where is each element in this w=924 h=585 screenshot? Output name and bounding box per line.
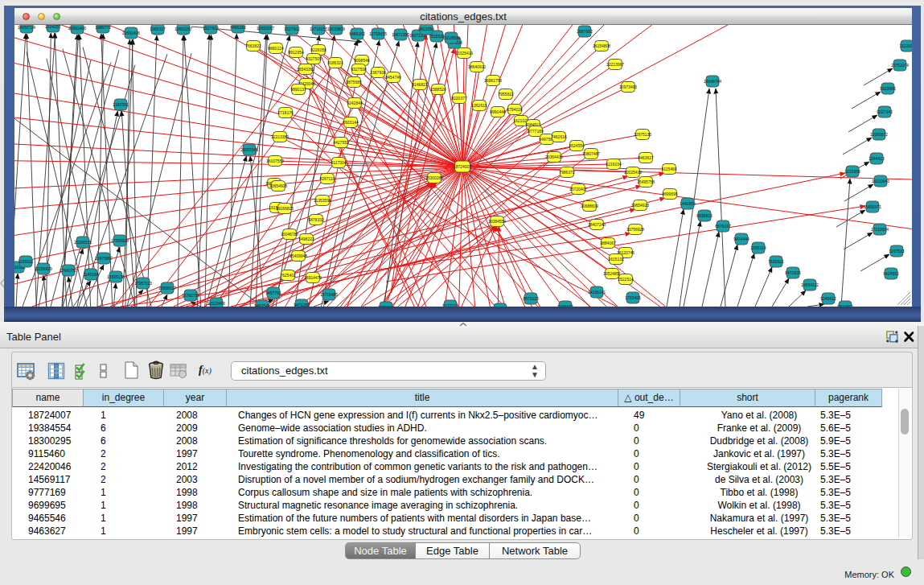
svg-text:2935114: 2935114 bbox=[750, 245, 766, 250]
svg-text:16671355: 16671355 bbox=[392, 32, 409, 37]
svg-text:10975867: 10975867 bbox=[95, 256, 113, 261]
svg-text:11156829: 11156829 bbox=[35, 266, 52, 271]
svg-text:16648784: 16648784 bbox=[704, 79, 721, 84]
svg-text:20206535: 20206535 bbox=[74, 240, 92, 245]
svg-text:1527602: 1527602 bbox=[203, 26, 219, 31]
svg-text:9098546: 9098546 bbox=[354, 58, 370, 63]
svg-text:9245612: 9245612 bbox=[820, 296, 836, 301]
svg-text:1244413: 1244413 bbox=[869, 156, 885, 161]
svg-text:15495758: 15495758 bbox=[637, 179, 655, 184]
svg-text:9699695: 9699695 bbox=[662, 192, 678, 196]
svg-text:13325419: 13325419 bbox=[455, 51, 473, 56]
svg-text:8912954: 8912954 bbox=[288, 50, 304, 55]
svg-text:3875685: 3875685 bbox=[346, 80, 362, 84]
svg-text:2718176: 2718176 bbox=[277, 110, 294, 115]
svg-text:1527602: 1527602 bbox=[284, 27, 300, 31]
svg-text:9115460: 9115460 bbox=[661, 167, 676, 171]
svg-text:19166825: 19166825 bbox=[276, 206, 294, 211]
svg-text:6216034: 6216034 bbox=[606, 162, 622, 167]
svg-text:3624554: 3624554 bbox=[569, 143, 585, 148]
svg-text:6794028: 6794028 bbox=[507, 107, 523, 112]
svg-text:8471636: 8471636 bbox=[785, 270, 801, 275]
svg-text:9457791: 9457791 bbox=[265, 290, 281, 295]
svg-text:15300285: 15300285 bbox=[425, 175, 443, 180]
svg-text:10654908: 10654908 bbox=[269, 183, 287, 188]
svg-text:9327508: 9327508 bbox=[351, 67, 367, 72]
svg-text:16782759: 16782759 bbox=[182, 293, 199, 298]
svg-text:10958117: 10958117 bbox=[158, 286, 176, 290]
svg-text:10719155: 10719155 bbox=[310, 27, 327, 31]
svg-text:3215958: 3215958 bbox=[844, 169, 860, 174]
svg-text:2603144: 2603144 bbox=[343, 120, 359, 125]
svg-text:10653267: 10653267 bbox=[175, 27, 192, 31]
svg-text:1989773: 1989773 bbox=[95, 25, 111, 30]
svg-text:1065327: 1065327 bbox=[150, 27, 166, 31]
svg-text:18640910: 18640910 bbox=[468, 64, 486, 69]
svg-text:15720407: 15720407 bbox=[569, 187, 587, 192]
svg-text:1362615: 1362615 bbox=[471, 103, 487, 108]
svg-text:6466160: 6466160 bbox=[230, 25, 246, 30]
svg-text:3884067: 3884067 bbox=[600, 241, 616, 245]
svg-text:17359928: 17359928 bbox=[111, 238, 129, 243]
svg-text:17010504: 17010504 bbox=[871, 227, 889, 232]
svg-text:8873123: 8873123 bbox=[523, 296, 539, 301]
svg-text:17942757: 17942757 bbox=[60, 268, 77, 273]
svg-text:9696061: 9696061 bbox=[378, 305, 394, 307]
svg-text:5878332: 5878332 bbox=[308, 217, 324, 222]
svg-text:16154808: 16154808 bbox=[593, 43, 610, 48]
svg-text:9463627: 9463627 bbox=[638, 155, 654, 160]
svg-text:9463546: 9463546 bbox=[254, 303, 270, 307]
svg-text:16961758: 16961758 bbox=[484, 78, 502, 83]
svg-text:8990448: 8990448 bbox=[490, 109, 506, 114]
svg-text:16033809: 16033809 bbox=[327, 27, 345, 31]
svg-text:8226058: 8226058 bbox=[310, 47, 326, 52]
svg-text:14136141: 14136141 bbox=[588, 290, 606, 295]
svg-text:19524851: 19524851 bbox=[603, 271, 621, 276]
svg-text:1195011: 1195011 bbox=[18, 259, 34, 264]
svg-text:8813054: 8813054 bbox=[418, 27, 434, 31]
svg-text:5498222: 5498222 bbox=[298, 237, 314, 241]
svg-text:9245033: 9245033 bbox=[557, 304, 573, 307]
svg-text:12923466: 12923466 bbox=[207, 301, 225, 306]
svg-text:10025438: 10025438 bbox=[624, 170, 642, 175]
svg-text:9227343: 9227343 bbox=[877, 109, 893, 114]
svg-text:2522514: 2522514 bbox=[618, 277, 634, 282]
svg-text:2367608: 2367608 bbox=[370, 70, 386, 75]
svg-text:10719155: 10719155 bbox=[369, 31, 387, 36]
svg-text:1167533: 1167533 bbox=[889, 249, 904, 253]
svg-text:8427552: 8427552 bbox=[333, 140, 349, 145]
svg-text:9137101: 9137101 bbox=[442, 303, 458, 307]
svg-text:12213389: 12213389 bbox=[271, 134, 289, 139]
svg-text:16914479: 16914479 bbox=[304, 275, 322, 280]
svg-text:18407249: 18407249 bbox=[588, 222, 606, 227]
svg-text:15692971: 15692971 bbox=[864, 204, 881, 209]
svg-text:1145194: 1145194 bbox=[83, 272, 98, 277]
svg-text:20691406: 20691406 bbox=[122, 31, 140, 35]
svg-text:7986372: 7986372 bbox=[559, 170, 575, 175]
svg-text:17957223: 17957223 bbox=[134, 281, 152, 286]
svg-text:11353594: 11353594 bbox=[314, 198, 331, 203]
svg-text:15716485: 15716485 bbox=[320, 292, 338, 297]
svg-text:10654112: 10654112 bbox=[801, 282, 819, 287]
svg-text:13505135: 13505135 bbox=[107, 274, 125, 279]
svg-text:7625402: 7625402 bbox=[280, 273, 296, 278]
svg-text:9474444: 9474444 bbox=[733, 237, 749, 241]
svg-text:19384554: 19384554 bbox=[488, 219, 506, 224]
svg-text:1440954: 1440954 bbox=[680, 201, 696, 206]
svg-text:12213967: 12213967 bbox=[606, 62, 624, 67]
svg-text:16543362: 16543362 bbox=[297, 67, 314, 72]
svg-text:8186323: 8186323 bbox=[327, 60, 343, 65]
svg-text:8938923: 8938923 bbox=[696, 213, 713, 218]
svg-text:7632621: 7632621 bbox=[768, 259, 784, 264]
svg-text:8267110: 8267110 bbox=[319, 176, 335, 181]
svg-text:1615132: 1615132 bbox=[608, 257, 624, 262]
svg-text:1112004: 1112004 bbox=[900, 43, 912, 48]
svg-text:7663822: 7663822 bbox=[245, 43, 261, 48]
svg-text:2687682: 2687682 bbox=[577, 29, 593, 34]
svg-text:6466160: 6466160 bbox=[349, 31, 365, 36]
svg-text:9329966: 9329966 bbox=[880, 86, 896, 91]
svg-text:18724007: 18724007 bbox=[454, 164, 471, 169]
svg-text:8454749: 8454749 bbox=[385, 75, 401, 80]
svg-text:9146821: 9146821 bbox=[412, 82, 428, 87]
svg-text:19654923: 19654923 bbox=[631, 203, 649, 208]
